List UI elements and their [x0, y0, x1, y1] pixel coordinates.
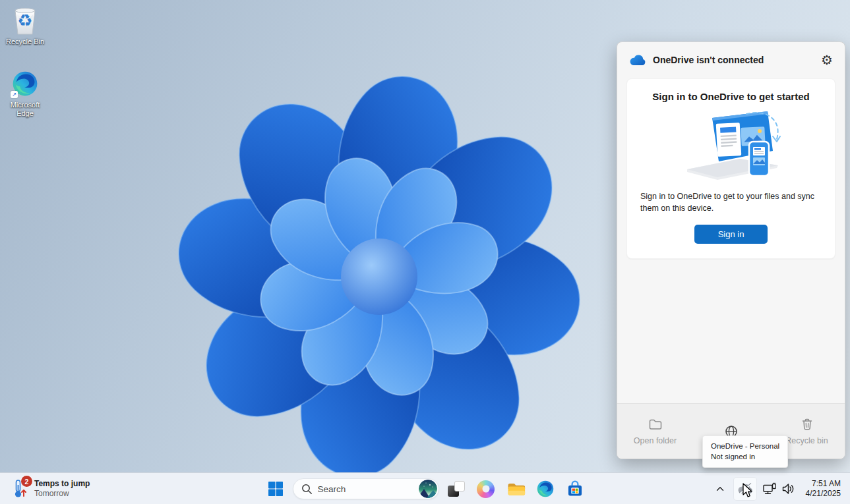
shortcut-arrow-icon: ↗ — [11, 91, 18, 98]
open-folder-label: Open folder — [634, 436, 677, 445]
network-volume-button[interactable] — [760, 478, 798, 500]
taskbar-center — [263, 476, 588, 502]
recycle-bin-label: Recycle bin — [785, 436, 828, 445]
desktop: ♻ Recycle Bin ↗ Microsoft Edge — [0, 0, 850, 504]
recycle-bin-icon: ♻ — [10, 5, 40, 36]
task-view-button[interactable] — [444, 476, 469, 502]
desktop-icon-label: Recycle Bin — [6, 38, 44, 46]
flyout-title: OneDrive isn't connected — [653, 55, 814, 65]
sign-in-button[interactable]: Sign in — [694, 225, 768, 244]
search-highlight-image[interactable] — [419, 480, 437, 498]
card-heading: Sign in to OneDrive to get started — [640, 91, 822, 102]
widget-headline: Temps to jump — [34, 479, 90, 489]
onedrive-cloud-icon — [629, 54, 646, 66]
microsoft-store-icon — [566, 480, 584, 498]
clock-time: 7:51 AM — [806, 479, 841, 489]
file-explorer-icon — [506, 479, 526, 499]
thermometer-icon: 2 — [11, 479, 28, 499]
chevron-up-icon — [715, 484, 725, 493]
desktop-icon-recycle-bin[interactable]: ♻ Recycle Bin — [1, 5, 49, 46]
tray-overflow-button[interactable] — [712, 478, 729, 500]
search-box[interactable] — [293, 478, 439, 499]
flyout-header: OneDrive isn't connected ⚙ — [617, 42, 845, 76]
card-body-text: Sign in to OneDrive to get to your files… — [640, 190, 822, 214]
tooltip-line1: OneDrive - Personal — [711, 441, 779, 451]
desktop-icon-label: Microsoft Edge — [1, 101, 49, 118]
copilot-button[interactable] — [473, 476, 499, 502]
onedrive-offline-icon — [737, 483, 753, 495]
signin-card: Sign in to OneDrive to get started — [626, 78, 835, 259]
onedrive-tray-button[interactable] — [734, 478, 756, 500]
onedrive-illustration — [640, 109, 822, 182]
edge-taskbar-button[interactable] — [533, 476, 558, 502]
weather-badge: 2 — [21, 476, 32, 487]
copilot-icon — [477, 480, 495, 498]
microsoft-store-button[interactable] — [562, 476, 588, 502]
recycle-symbol-icon: ♻ — [17, 12, 32, 29]
task-view-icon — [448, 481, 465, 497]
onedrive-tray-tooltip: OneDrive - Personal Not signed in — [702, 435, 788, 468]
clock-date: 4/21/2025 — [806, 489, 841, 499]
folder-outline-icon — [648, 417, 663, 432]
wired-network-icon — [762, 482, 777, 495]
edge-icon — [536, 480, 555, 498]
desktop-icon-microsoft-edge[interactable]: ↗ Microsoft Edge — [1, 69, 49, 118]
settings-gear-icon[interactable]: ⚙ — [821, 53, 833, 67]
trash-icon — [800, 417, 814, 432]
clock[interactable]: 7:51 AM 4/21/2025 — [803, 478, 843, 500]
search-input[interactable] — [318, 484, 413, 494]
bloom-wallpaper — [0, 0, 620, 472]
weather-widget-button[interactable]: 2 Temps to jump Tomorrow — [0, 473, 99, 504]
onedrive-flyout: OneDrive isn't connected ⚙ Sign in to On… — [617, 42, 845, 459]
open-folder-button[interactable]: Open folder — [617, 417, 693, 445]
windows-logo-icon — [268, 481, 284, 497]
start-button[interactable] — [263, 476, 288, 502]
tooltip-line2: Not signed in — [711, 451, 779, 462]
search-icon — [301, 484, 313, 495]
widget-subtext: Tomorrow — [34, 489, 90, 499]
edge-icon: ↗ — [10, 69, 40, 99]
file-explorer-button[interactable] — [503, 476, 528, 502]
taskbar: 2 Temps to jump Tomorrow — [0, 472, 850, 504]
volume-icon — [781, 483, 795, 495]
system-tray: 7:51 AM 4/21/2025 — [712, 473, 850, 504]
